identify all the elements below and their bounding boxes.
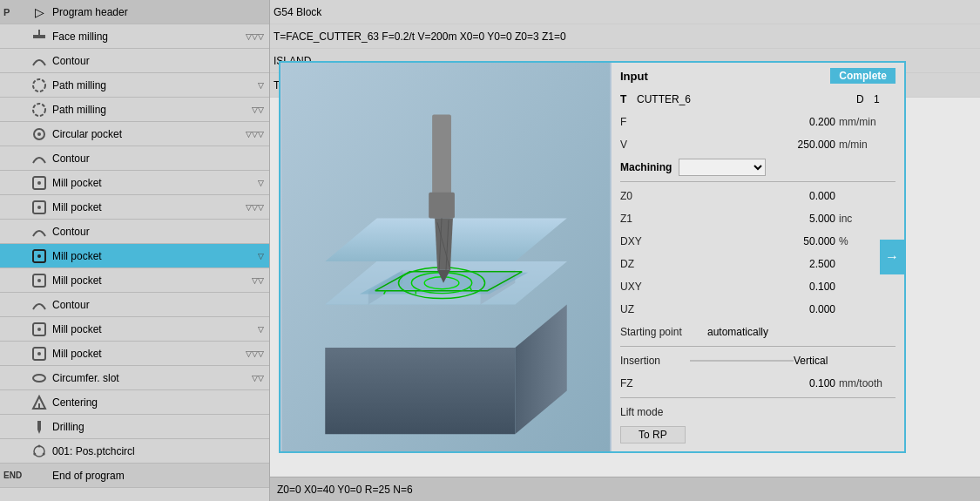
insertion-label: Insertion xyxy=(620,355,690,367)
z0-value: 0.000 xyxy=(690,190,839,202)
sidebar-label-end-of-program: End of program xyxy=(49,470,266,482)
sidebar-label-mill-pocket4: Mill pocket xyxy=(49,274,252,287)
z1-value: 5.000 xyxy=(690,213,839,225)
path-milling2-arrows: ▽▽ xyxy=(252,105,266,114)
contour2-icon xyxy=(30,149,49,168)
mill-pocket4-arrows: ▽▽ xyxy=(252,276,266,285)
f-value: 0.200 xyxy=(690,116,839,128)
sidebar-item-centering[interactable]: Centering xyxy=(0,390,269,415)
svg-point-15 xyxy=(37,328,41,331)
lift-mode-value: To RP xyxy=(620,426,686,443)
sidebar-item-pos-ptchcircl[interactable]: 001: Pos.ptchcircl xyxy=(0,439,269,464)
v-unit: m/min xyxy=(839,139,896,151)
svg-point-13 xyxy=(37,279,41,282)
sidebar-label-drilling: Drilling xyxy=(49,421,266,433)
z1-label: Z1 xyxy=(620,213,690,225)
sidebar-item-drilling[interactable]: Drilling xyxy=(0,415,269,439)
arrow-button[interactable]: → xyxy=(880,240,904,274)
z1-unit: inc xyxy=(839,213,896,225)
sidebar-label-mill-pocket2: Mill pocket xyxy=(49,201,246,213)
t-label: T xyxy=(620,93,633,105)
uz-label: UZ xyxy=(620,303,690,315)
svg-point-25 xyxy=(43,452,45,455)
circumfer-slot-arrows: ▽▽ xyxy=(252,374,266,383)
status-bar-text: Z0=0 X0=40 Y0=0 R=25 N=6 xyxy=(277,484,413,496)
fz-label: FZ xyxy=(620,377,690,389)
input-title: Input xyxy=(620,70,648,83)
z0-label: Z0 xyxy=(620,190,690,202)
insertion-row: Insertion Vertical xyxy=(620,350,896,371)
insertion-box xyxy=(690,360,794,362)
z1-row: Z1 5.000 inc xyxy=(620,208,896,229)
t-row: T CUTTER_6 D 1 xyxy=(620,89,896,110)
dz-label: DZ xyxy=(620,258,690,270)
sidebar-item-mill-pocket4[interactable]: Mill pocket ▽▽ xyxy=(0,268,269,293)
fz-value: 0.100 xyxy=(690,377,839,389)
sidebar-label-path-milling1: Path milling xyxy=(49,79,258,91)
sidebar-item-face-milling[interactable]: Face milling ▽▽▽ xyxy=(0,24,269,49)
uxy-value: 0.100 xyxy=(690,281,839,293)
svg-point-3 xyxy=(33,104,45,116)
svg-marker-46 xyxy=(435,218,453,269)
sidebar-item-path-milling1[interactable]: Path milling ▽ xyxy=(0,73,269,98)
prog-line-2: T=FACE_CUTTER_63 F=0.2/t V=200m X0=0 Y0=… xyxy=(270,24,980,49)
sidebar-item-contour1[interactable]: Contour xyxy=(0,49,269,73)
insertion-value: Vertical xyxy=(794,355,896,367)
machining-dropdown[interactable] xyxy=(679,159,766,176)
row-prefix: P xyxy=(3,7,30,17)
svg-marker-22 xyxy=(37,430,41,434)
sidebar-item-path-milling2[interactable]: Path milling ▽▽ xyxy=(0,98,269,122)
uz-row: UZ 0.000 xyxy=(620,299,896,320)
sidebar-item-mill-pocket3[interactable]: Mill pocket ▽ xyxy=(0,244,269,268)
prog-line-1-text: G54 Block xyxy=(274,6,321,18)
sidebar-label-circumfer-slot: Circumfer. slot xyxy=(49,372,252,384)
svg-point-17 xyxy=(37,352,41,355)
prog-line-2-text: T=FACE_CUTTER_63 F=0.2/t V=200m X0=0 Y0=… xyxy=(274,30,566,43)
main-container: P ▷ Program header Face milling ▽▽▽ Cont… xyxy=(0,0,980,501)
viz-area xyxy=(280,63,612,451)
sidebar-label-mill-pocket1: Mill pocket xyxy=(49,177,258,189)
circular-pocket-icon xyxy=(30,125,49,144)
v-label: V xyxy=(620,139,690,151)
svg-point-23 xyxy=(34,446,44,457)
drilling-icon xyxy=(30,417,49,437)
sidebar-label-mill-pocket3: Mill pocket xyxy=(49,250,258,262)
mill-pocket5-icon xyxy=(30,320,49,339)
sidebar-item-end-of-program[interactable]: END End of program xyxy=(0,464,269,488)
lift-mode-label: Lift mode xyxy=(620,406,690,418)
content-area: G54 Block T=FACE_CUTTER_63 F=0.2/t V=200… xyxy=(270,0,980,501)
svg-point-18 xyxy=(33,375,45,382)
sidebar-item-contour4[interactable]: Contour xyxy=(0,293,269,317)
mill-pocket4-icon xyxy=(30,271,49,290)
sidebar-item-mill-pocket1[interactable]: Mill pocket ▽ xyxy=(0,171,269,195)
sidebar-item-program-header[interactable]: P ▷ Program header xyxy=(0,0,269,24)
machining-label: Machining xyxy=(620,161,672,173)
uxy-row: UXY 0.100 xyxy=(620,276,896,297)
svg-point-2 xyxy=(33,79,45,91)
face-milling-icon xyxy=(30,27,49,46)
sidebar-item-mill-pocket6[interactable]: Mill pocket ▽▽▽ xyxy=(0,342,269,366)
uxy-label: UXY xyxy=(620,281,690,293)
sidebar-item-contour3[interactable]: Contour xyxy=(0,220,269,244)
mill-pocket6-icon xyxy=(30,344,49,363)
sidebar-label-contour3: Contour xyxy=(49,226,266,238)
mill-pocket1-icon xyxy=(30,173,49,193)
contour1-icon xyxy=(30,51,49,71)
sidebar-item-circular-pocket[interactable]: Circular pocket ▽▽▽ xyxy=(0,122,269,146)
contour4-icon xyxy=(30,295,49,315)
z0-row: Z0 0.000 xyxy=(620,186,896,206)
sidebar-label-contour2: Contour xyxy=(49,152,266,165)
sidebar-item-mill-pocket2[interactable]: Mill pocket ▽▽▽ xyxy=(0,195,269,220)
sidebar-item-circumfer-slot[interactable]: Circumfer. slot ▽▽ xyxy=(0,366,269,390)
complete-badge: Complete xyxy=(830,68,896,84)
separator2 xyxy=(620,346,896,347)
sidebar-label-program-header: Program header xyxy=(49,6,266,18)
f-unit: mm/min xyxy=(839,116,896,128)
sidebar-item-contour2[interactable]: Contour xyxy=(0,146,269,171)
svg-rect-21 xyxy=(37,421,41,430)
pos-ptchcircl-icon xyxy=(30,442,49,461)
fz-row: FZ 0.100 mm/tooth xyxy=(620,373,896,394)
sidebar-label-contour1: Contour xyxy=(49,55,266,67)
sidebar-label-centering: Centering xyxy=(49,396,266,409)
sidebar-item-mill-pocket5[interactable]: Mill pocket ▽ xyxy=(0,317,269,342)
